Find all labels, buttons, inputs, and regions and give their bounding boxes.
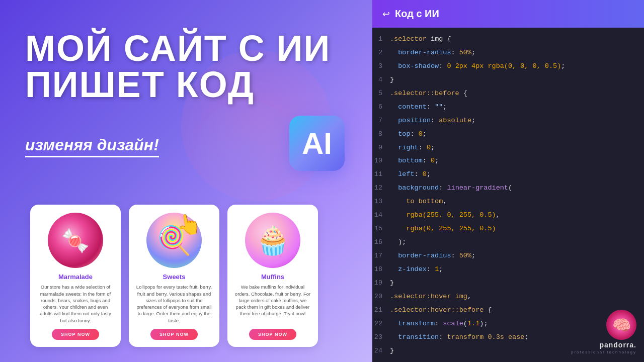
- code-line-5: 5 .selector::before {: [372, 87, 644, 101]
- card-marmalade-desc: Our store has a wide selection of marmal…: [37, 284, 114, 324]
- card-muffins-image: 🧁: [245, 213, 300, 268]
- main-title: МОЙ САЙТ С ИИ ПИШЕТ КОД: [25, 30, 331, 103]
- code-area: 1 .selector img { 2 border-radius: 50%; …: [372, 28, 644, 362]
- card-muffins-desc: We bake muffins for individual orders. C…: [234, 284, 311, 324]
- code-line-4: 4 }: [372, 73, 644, 87]
- card-marmalade: 🍬 Marmalade Our store has a wide selecti…: [30, 205, 121, 347]
- pandorra-brain-icon: 🧠: [606, 310, 636, 340]
- left-panel: МОЙ САЙТ С ИИ ПИШЕТ КОД изменяя дизайн! …: [0, 0, 372, 362]
- code-line-17: 17 border-radius: 50%;: [372, 249, 644, 263]
- code-line-6: 6 content: "";: [372, 101, 644, 114]
- code-line-7: 7 position: absolute;: [372, 114, 644, 128]
- subtitle: изменяя дизайн!: [25, 136, 159, 154]
- code-line-15: 15 rgba(0, 255, 255, 0.5): [372, 222, 644, 236]
- pandorra-brand-text: pandorra.: [599, 341, 636, 349]
- code-line-3: 3 box-shadow: 0 2px 4px rgba(0, 0, 0, 0.…: [372, 60, 644, 73]
- code-header: ↩ Код с ИИ: [372, 0, 644, 28]
- card-sweets: 🍭 Sweets Lollipops for every taste: frui…: [129, 205, 219, 347]
- card-marmalade-image: 🍬: [48, 213, 103, 268]
- bg-decoration-2: [196, 101, 297, 201]
- code-line-10: 10 bottom: 0;: [372, 154, 644, 168]
- right-panel: ↩ Код с ИИ 1 .selector img { 2 border-ra…: [372, 0, 644, 362]
- cursor-hand-icon: 👆: [174, 211, 203, 238]
- code-line-8: 8 top: 0;: [372, 128, 644, 141]
- code-line-14: 14 rgba(255, 0, 255, 0.5),: [372, 209, 644, 222]
- card-muffins-title: Muffins: [261, 273, 284, 281]
- code-line-18: 18 z-index: 1;: [372, 263, 644, 277]
- code-line-19: 19 }: [372, 277, 644, 290]
- pandorra-logo: 🧠 pandorra. professional technology: [571, 310, 636, 354]
- code-line-11: 11 left: 0;: [372, 168, 644, 182]
- ai-badge: AI: [289, 116, 345, 171]
- card-marmalade-btn[interactable]: SHOP NOW: [52, 329, 99, 340]
- code-line-12: 12 background: linear-gradient(: [372, 182, 644, 195]
- code-line-13: 13 to bottom,: [372, 195, 644, 209]
- card-sweets-btn[interactable]: SHOP NOW: [150, 329, 198, 340]
- card-sweets-desc: Lollipops for every taste: fruit, berry,…: [136, 284, 212, 324]
- back-arrow-icon[interactable]: ↩: [382, 9, 390, 20]
- code-line-20: 20 .selector:hover img,: [372, 290, 644, 304]
- pandorra-sub-text: professional technology: [571, 350, 636, 354]
- code-line-2: 2 border-radius: 50%;: [372, 46, 644, 60]
- code-line-16: 16 );: [372, 236, 644, 249]
- card-marmalade-title: Marmalade: [58, 273, 93, 281]
- card-sweets-title: Sweets: [163, 273, 186, 281]
- card-muffins-btn[interactable]: SHOP NOW: [249, 329, 296, 340]
- code-line-1: 1 .selector img {: [372, 33, 644, 46]
- code-header-title: Код с ИИ: [395, 8, 439, 20]
- card-muffins: 🧁 Muffins We bake muffins for individual…: [227, 205, 318, 347]
- code-line-9: 9 right: 0;: [372, 141, 644, 155]
